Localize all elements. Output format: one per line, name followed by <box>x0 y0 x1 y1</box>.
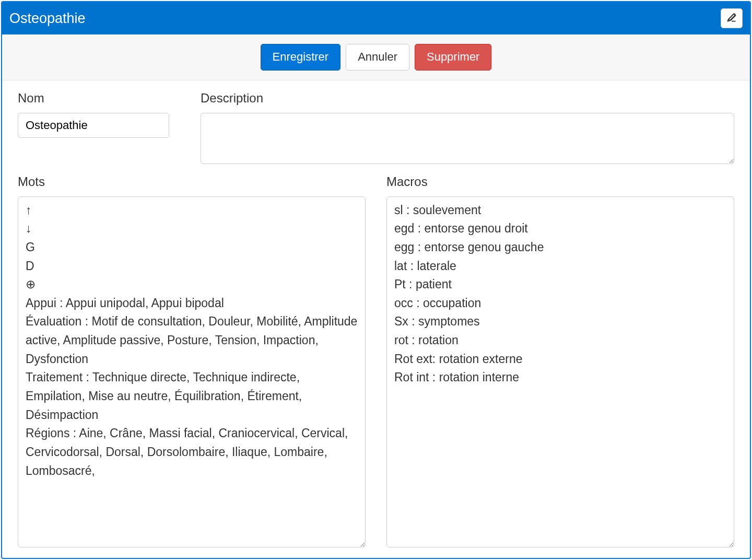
description-label: Description <box>201 91 734 106</box>
action-toolbar: Enregistrer Annuler Supprimer <box>2 34 750 80</box>
edit-button[interactable] <box>721 8 743 28</box>
nom-label: Nom <box>18 91 185 106</box>
cancel-button[interactable]: Annuler <box>346 44 409 71</box>
description-field-group: Description <box>201 91 734 164</box>
app-window: Osteopathie Enregistrer Annuler Supprime… <box>1 1 751 559</box>
row-mots-macros: Mots Macros <box>18 174 734 547</box>
mots-field-group: Mots <box>18 174 366 547</box>
save-button[interactable]: Enregistrer <box>261 44 341 71</box>
nom-input[interactable] <box>18 113 169 138</box>
macros-textarea[interactable] <box>386 196 734 547</box>
edit-icon <box>726 10 737 27</box>
nom-field-group: Nom <box>18 91 185 164</box>
mots-textarea[interactable] <box>18 196 366 547</box>
titlebar: Osteopathie <box>2 2 750 34</box>
page-title: Osteopathie <box>9 10 86 27</box>
macros-field-group: Macros <box>386 174 734 547</box>
description-textarea[interactable] <box>201 113 734 164</box>
form-content: Nom Description Mots Macros <box>2 80 750 558</box>
mots-label: Mots <box>18 174 366 189</box>
delete-button[interactable]: Supprimer <box>415 44 491 71</box>
row-name-description: Nom Description <box>18 91 734 164</box>
macros-label: Macros <box>386 174 734 189</box>
